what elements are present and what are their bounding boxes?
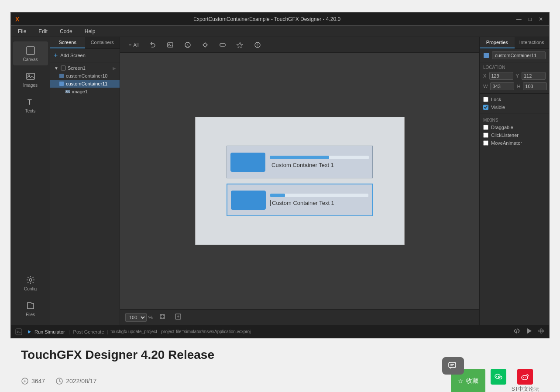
tab-screens[interactable]: Screens (50, 37, 85, 48)
add-screen-button[interactable]: + Add Screen (50, 49, 120, 62)
cc-progress-bar-0 (270, 156, 369, 159)
fit-screen-button[interactable] (156, 312, 168, 323)
visible-checkbox[interactable] (483, 105, 488, 110)
tab-containers[interactable]: Containers (85, 37, 120, 48)
tab-interactions[interactable]: Interactions (515, 37, 550, 48)
spacer (21, 344, 539, 348)
clock-icon (55, 377, 63, 385)
cc-progress-fill-1 (270, 194, 285, 197)
container-tool-icon (237, 41, 244, 48)
close-button[interactable]: ✕ (537, 16, 545, 22)
run-simulator-button[interactable]: Run Simulator (25, 328, 67, 335)
cc-cursor-1 (270, 200, 271, 206)
wechat-button[interactable] (491, 369, 506, 385)
tool-all[interactable]: ≡ All (125, 41, 142, 49)
tool-image[interactable] (163, 40, 177, 50)
menu-edit[interactable]: Edit (36, 27, 50, 35)
clicklistener-label: ClickListener (491, 133, 519, 138)
lock-checkbox[interactable] (483, 97, 488, 102)
svg-rect-6 (59, 74, 64, 78)
y-input[interactable] (522, 72, 546, 80)
views-icon (21, 377, 29, 385)
tool-button[interactable] (216, 40, 230, 50)
tool-undo[interactable] (146, 40, 160, 50)
h-input[interactable] (523, 82, 547, 90)
app-window: X ExportCustomContainerExample - TouchGF… (10, 12, 550, 338)
menu-file[interactable]: File (15, 27, 29, 35)
tree-item-container10[interactable]: customContainer10 (50, 72, 120, 80)
sidebar-item-files[interactable]: Files (13, 297, 48, 320)
canvas-content[interactable]: Custom Container Text 1 (120, 53, 479, 309)
custom-container-0[interactable]: Custom Container Text 1 (227, 146, 373, 178)
cc-button-1[interactable] (231, 191, 266, 210)
sidebar-item-texts[interactable]: T Texts (13, 93, 48, 117)
bookmark-label: 收藏 (466, 377, 478, 385)
custom-container-1[interactable]: Custom Container Text 1 (227, 184, 373, 216)
moveanimator-label: MoveAnimator (491, 140, 522, 146)
location-section-label: Location (480, 62, 549, 71)
maximize-button[interactable]: □ (527, 16, 533, 22)
play-button[interactable] (526, 327, 533, 336)
tool-widget[interactable] (198, 40, 212, 50)
props-row-w: W H (480, 81, 549, 92)
sidebar-item-canvas[interactable]: Canvas (13, 41, 48, 65)
screen-icon (61, 65, 66, 71)
zoom-select[interactable]: 100 75 50 150 200 (125, 313, 147, 322)
window-title: ExportCustomContainerExample - TouchGFX … (19, 16, 514, 22)
tree-image1-label: image1 (72, 89, 88, 94)
tab-properties[interactable]: Properties (480, 37, 515, 48)
menu-bar: File Edit Code Help (11, 26, 549, 37)
svg-rect-1 (27, 73, 34, 79)
clicklistener-checkbox[interactable] (483, 133, 488, 138)
cc-text-1: Custom Container Text 1 (270, 200, 334, 206)
container-icon (59, 73, 64, 78)
status-bar: Run Simulator | Post Generate | touchgfx… (11, 325, 549, 338)
sidebar-item-config[interactable]: Config (13, 271, 48, 295)
code-view-button[interactable] (513, 327, 520, 336)
props-divider-2 (480, 113, 549, 113)
images-label: Images (23, 83, 38, 88)
chat-bubble[interactable] (442, 357, 464, 375)
tree-item-screen1[interactable]: ▼ Screen1 ▶ (50, 64, 120, 72)
weibo-button[interactable] (517, 369, 533, 385)
w-label: W (483, 84, 488, 89)
mixins-section-label: Mixins (480, 115, 549, 123)
settings-button[interactable] (538, 327, 545, 336)
tree-item-image1[interactable]: image1 (50, 88, 120, 95)
weibo-icon (521, 372, 529, 381)
resize-icon (175, 313, 182, 320)
post-generate-label: Post Generate (73, 329, 104, 334)
canvas-label: Canvas (23, 57, 38, 62)
svg-text:A: A (186, 44, 189, 48)
draggable-checkbox[interactable] (483, 125, 488, 130)
svg-point-32 (526, 377, 526, 378)
menu-code[interactable]: Code (57, 27, 75, 35)
app-logo: X (15, 16, 19, 23)
tree-container10-label: customContainer10 (66, 73, 107, 78)
minimize-button[interactable]: — (515, 16, 523, 22)
cc-progress-fill-0 (270, 156, 329, 159)
tool-container[interactable] (233, 40, 247, 50)
container-prop-icon (483, 52, 489, 58)
cc-button-0[interactable] (230, 153, 265, 172)
menu-help[interactable]: Help (82, 27, 98, 35)
canvas-resize-button[interactable] (172, 312, 184, 323)
svg-rect-14 (220, 44, 225, 46)
screens-panel: Screens Containers + Add Screen ▼ Screen… (50, 37, 120, 325)
mixin-clicklistener-row: ClickListener (480, 131, 549, 139)
tree-item-container11[interactable]: customContainer11 (50, 80, 120, 88)
moveanimator-checkbox[interactable] (483, 140, 488, 146)
files-icon (25, 300, 36, 311)
w-input[interactable] (490, 82, 514, 90)
lock-label: Lock (491, 97, 501, 102)
props-row-x: X Y (480, 71, 549, 81)
status-left: Run Simulator | Post Generate | touchgfx… (15, 328, 251, 335)
sidebar-item-images[interactable]: Images (13, 67, 48, 91)
tool-layers[interactable] (251, 40, 265, 50)
x-input[interactable] (489, 72, 513, 80)
svg-point-4 (29, 279, 32, 281)
status-command: touchgfx update_project --project-file=s… (110, 329, 251, 334)
mixin-draggable-row: Draggable (480, 123, 549, 131)
tool-text[interactable]: A (181, 40, 195, 50)
chat-icon (448, 361, 458, 371)
